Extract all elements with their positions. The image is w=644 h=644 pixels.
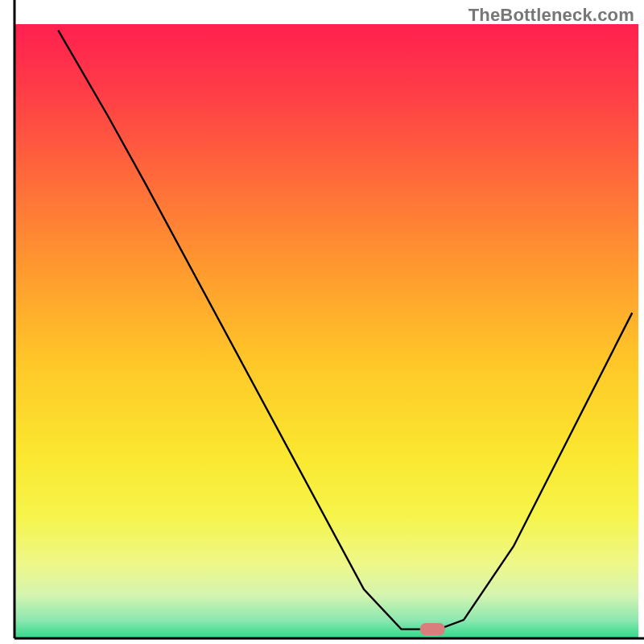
watermark-label: TheBottleneck.com — [469, 5, 634, 26]
chart-container: TheBottleneck.com — [0, 0, 644, 644]
optimum-marker — [420, 623, 445, 635]
chart-svg — [0, 0, 644, 644]
